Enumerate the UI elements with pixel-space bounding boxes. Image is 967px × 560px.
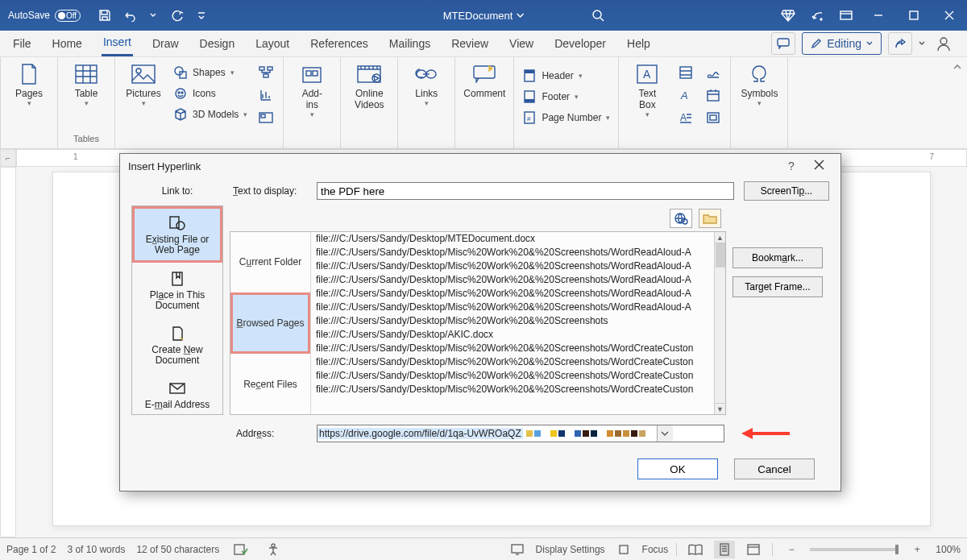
symbols-button[interactable]: Symbols▾ [739,60,779,107]
minimize-icon[interactable] [861,0,896,31]
chart-icon[interactable] [257,86,275,104]
wordart-icon[interactable]: A [677,86,695,104]
link-to-existing-file[interactable]: Existing File orWeb Page [132,206,222,263]
print-layout-icon[interactable] [714,541,735,558]
links-button[interactable]: Links▾ [406,60,446,107]
tab-current-folder[interactable]: Current Folder [230,232,310,292]
close-icon[interactable] [932,0,967,31]
shapes-button[interactable]: Shapes▾ [173,64,247,81]
text-box-button[interactable]: AText Box▾ [627,60,667,118]
target-frame-button[interactable]: Target Frame... [733,276,823,297]
close-icon[interactable] [805,160,832,172]
status-chars[interactable]: 12 of 50 characters [136,544,219,555]
comment-button[interactable]: Comment [463,60,505,99]
status-words[interactable]: 3 of 10 words [67,544,125,555]
list-item[interactable]: file:///C:/Users/Sandy/Desktop/Misc%20Wo… [311,355,714,369]
date-time-icon[interactable] [704,86,722,104]
addins-button[interactable]: Add- ins▾ [292,60,332,118]
footer-button[interactable]: Footer▾ [522,88,610,106]
tab-draw[interactable]: Draw [151,32,181,56]
account-icon[interactable] [932,32,956,55]
address-dropdown-icon[interactable] [657,425,673,442]
list-item[interactable]: file:///C:/Users/Sandy/Desktop/AKIC.docx [311,328,714,342]
tab-help[interactable]: Help [625,32,652,56]
chevron-down-icon[interactable] [919,40,925,47]
3d-models-button[interactable]: 3D Models▾ [173,106,247,123]
list-item[interactable]: file:///C:/Users/Sandy/Desktop/Misc%20Wo… [311,369,714,383]
address-input[interactable]: https://drive.google.com/file/d/1qa-UvWR… [317,425,724,442]
redo-icon[interactable] [166,4,189,27]
tab-view[interactable]: View [508,32,535,56]
tab-mailings[interactable]: Mailings [388,32,432,56]
screentip-button[interactable]: ScreenTip... [744,181,829,201]
online-videos-button[interactable]: Online Videos [349,60,389,110]
bookmark-button[interactable]: Bookmark... [733,247,823,268]
diamond-premium-icon[interactable] [774,0,803,31]
link-to-place[interactable]: Place in ThisDocument [132,263,222,317]
document-title[interactable]: MTEDocument [443,10,525,22]
maximize-icon[interactable] [896,0,932,31]
toggle-off-icon[interactable]: Off [55,10,81,22]
pictures-button[interactable]: Pictures▾ [123,60,164,107]
browse-web-icon[interactable] [670,209,692,228]
share-button[interactable] [888,32,912,55]
browse-file-icon[interactable] [699,209,721,228]
cancel-button[interactable]: Cancel [734,458,815,479]
scroll-down-icon[interactable]: ▼ [715,403,725,414]
autosave-toggle[interactable]: AutoSave Off [0,10,89,22]
list-item[interactable]: file:///C:/Users/Sandy/Desktop/Misc%20Wo… [311,314,714,328]
ok-button[interactable]: OK [637,458,718,479]
collapse-ribbon-icon[interactable] [952,60,962,75]
zoom-out-icon[interactable]: − [781,541,802,558]
display-settings-icon[interactable] [507,541,528,558]
list-item[interactable]: file:///C:/Users/Sandy/Desktop/Misc%20Wo… [311,246,714,259]
smartart-icon[interactable] [257,64,275,81]
tab-layout[interactable]: Layout [254,32,291,56]
pages-button[interactable]: Pages▾ [9,60,49,107]
list-item[interactable]: file:///C:/Users/Sandy/Desktop/Misc%20Wo… [311,301,714,314]
tab-recent-files[interactable]: Recent Files [230,354,310,414]
undo-caret-icon[interactable] [142,4,164,27]
status-page[interactable]: Page 1 of 2 [6,544,56,555]
tab-references[interactable]: References [309,32,370,56]
tab-file[interactable]: File [11,32,33,56]
screenshot-icon[interactable] [257,109,275,127]
signature-line-icon[interactable] [704,64,722,81]
qat-caret-icon[interactable] [190,4,213,27]
drop-cap-icon[interactable]: A [677,109,695,127]
focus-label[interactable]: Focus [642,544,669,555]
header-button[interactable]: Header▾ [522,67,610,85]
file-list-scrollbar[interactable]: ▲ ▼ [714,232,725,414]
list-item[interactable]: file:///C:/Users/Sandy/Desktop/Misc%20Wo… [311,259,714,273]
tab-review[interactable]: Review [450,32,490,56]
list-item[interactable]: file:///C:/Users/Sandy/Desktop/MTEDocume… [311,232,714,246]
tab-home[interactable]: Home [51,32,84,56]
list-item[interactable]: file:///C:/Users/Sandy/Desktop/Misc%20Wo… [311,273,714,287]
undo-icon[interactable] [118,4,140,27]
table-button[interactable]: Table▾ [66,60,106,107]
spelling-icon[interactable] [230,541,251,558]
zoom-in-icon[interactable]: + [907,541,928,558]
read-mode-icon[interactable] [685,541,706,558]
focus-icon[interactable] [613,541,634,558]
comments-icon[interactable] [771,32,795,55]
search-icon[interactable] [583,0,612,31]
link-to-create-new[interactable]: Create NewDocument [132,317,222,372]
list-item[interactable]: file:///C:/Users/Sandy/Desktop/Misc%20Wo… [311,287,714,301]
scroll-up-icon[interactable]: ▲ [715,232,725,243]
scroll-thumb[interactable] [716,243,725,268]
accessibility-icon[interactable] [263,541,284,558]
text-to-display-input[interactable] [317,182,734,200]
tab-browsed-pages[interactable]: Browsed Pages [230,292,310,355]
zoom-level[interactable]: 100% [936,544,961,555]
page-number-button[interactable]: #Page Number▾ [522,109,610,127]
object-icon[interactable] [704,109,722,127]
ribbon-display-icon[interactable] [832,0,861,31]
pending-updates-icon[interactable] [803,0,832,31]
tab-insert[interactable]: Insert [102,31,133,56]
quick-parts-icon[interactable] [677,64,695,81]
file-list[interactable]: file:///C:/Users/Sandy/Desktop/MTEDocume… [311,232,725,414]
link-to-email[interactable]: E-mail Address [132,372,222,417]
help-icon[interactable]: ? [778,160,805,172]
icons-button[interactable]: Icons [173,85,247,102]
